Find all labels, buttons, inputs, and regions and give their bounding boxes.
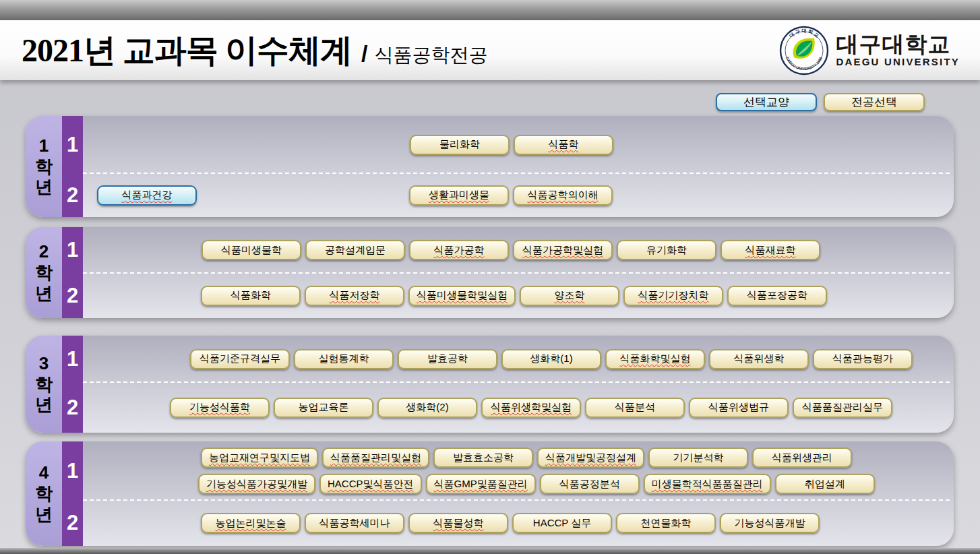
course-label: 유기화학 — [646, 244, 687, 257]
course-box[interactable]: 농업논리및논술 — [201, 513, 301, 533]
course-label: 식품재료학 — [745, 244, 796, 257]
course-box[interactable]: 식품위생관리 — [752, 448, 852, 468]
course-label: HACCP및식품안전 — [328, 478, 414, 491]
course-label: 농업교육론 — [299, 401, 349, 414]
course-box[interactable]: 기능성식품개발 — [720, 513, 820, 533]
course-box[interactable]: HACCP 실무 — [512, 513, 612, 533]
semester-number: 2 — [62, 173, 83, 217]
course-box[interactable]: 미생물학적식품품질관리 — [644, 474, 771, 494]
band-content: 물리화학식품학식품과건강생활과미생물식품공학의이해 — [83, 116, 954, 217]
course-box[interactable]: 식품위생학및실험 — [481, 398, 581, 418]
title-separator: / — [361, 40, 367, 67]
course-box[interactable]: 식품관능평가 — [813, 349, 913, 369]
course-box[interactable]: 식품개발및공정설계 — [537, 448, 644, 468]
course-box[interactable]: 식품미생물학및실험 — [408, 286, 516, 306]
course-box[interactable]: 농업교육론 — [274, 398, 373, 418]
semester-number: 1 — [62, 116, 83, 173]
course-label: 식품물성학 — [433, 517, 484, 530]
year-label-char: 학 — [35, 483, 53, 504]
university-seal-icon: 대 구 대 학 교 DAEGU UNIVERSITY 1956 — [779, 26, 829, 75]
semester-section: 기능성식품학농업교육론생화학(2)식품위생학및실험식품분석식품위생법규식품품질관… — [83, 382, 948, 433]
course-label: 취업설계 — [805, 478, 845, 491]
course-box[interactable]: 양조학 — [520, 286, 619, 306]
year-label-char: 년 — [35, 504, 53, 525]
course-box[interactable]: 식품기기장치학 — [623, 286, 723, 306]
legend-chip-liberal-elective[interactable]: 선택교양 — [716, 93, 817, 111]
course-box[interactable]: 농업교재연구및지도법 — [201, 448, 318, 468]
course-box[interactable]: HACCP및식품안전 — [319, 474, 422, 494]
year-label-char: 년 — [35, 283, 53, 304]
course-box[interactable]: 식품기준규격실무 — [190, 349, 290, 369]
course-box[interactable]: 식품학 — [514, 135, 613, 155]
course-box[interactable]: 기능성식품가공및개발 — [198, 474, 315, 494]
semester-section: 식품미생물학공학설계입문식품가공학식품가공학및실험유기화학식품재료학 — [83, 227, 948, 273]
course-box[interactable]: 식품저장학 — [305, 286, 404, 306]
university-name-korean: 대구대학교 — [836, 33, 960, 57]
course-box[interactable]: 식품위생학 — [709, 349, 809, 369]
course-row: 기능성식품학농업교육론생화학(2)식품위생학및실험식품분석식품위생법규식품품질관… — [83, 398, 948, 418]
band-content: 식품기준규격실무실험통계학발효공학생화학(1)식품화학및실험식품위생학식품관능평… — [83, 336, 954, 433]
year-label-char: 2 — [39, 241, 49, 262]
course-box[interactable]: 기기분석학 — [648, 448, 748, 468]
course-box[interactable]: 실험통계학 — [294, 349, 394, 369]
year-label-char: 3 — [39, 353, 49, 374]
course-box[interactable]: 식품화학 — [201, 286, 301, 306]
course-label: 미생물학적식품품질관리 — [652, 478, 763, 491]
course-row: 기능성식품가공및개발HACCP및식품안전식품GMP및품질관리식품공정분석미생물학… — [83, 474, 948, 494]
course-box[interactable]: 식품가공학 — [409, 240, 509, 260]
course-box[interactable]: 식품재료학 — [721, 240, 820, 260]
band-content: 농업교재연구및지도법식품품질관리및실험발효효소공학식품개발및공정설계기기분석학식… — [83, 441, 954, 546]
course-box[interactable]: 식품과건강 — [97, 185, 197, 206]
course-label: 식품가공학및실험 — [522, 244, 603, 257]
course-row: 농업논리및논술식품공학세미나식품물성학HACCP 실무천연물화학기능성식품개발 — [83, 513, 948, 533]
course-box[interactable]: 취업설계 — [775, 474, 875, 494]
legend-chip-major-elective[interactable]: 전공선택 — [824, 93, 925, 111]
course-label: 기능성식품학 — [189, 401, 250, 414]
course-box[interactable]: 식품화학및실험 — [605, 349, 705, 369]
semester-section: 식품기준규격실무실험통계학발효공학생화학(1)식품화학및실험식품위생학식품관능평… — [83, 336, 948, 382]
course-row: 물리화학식품학 — [83, 135, 948, 155]
course-box[interactable]: 식품물성학 — [408, 513, 508, 533]
year-label-char: 년 — [35, 394, 53, 415]
course-box[interactable]: 기능성식품학 — [170, 398, 270, 418]
course-label: 식품품질관리및실험 — [330, 452, 421, 464]
course-box[interactable]: 물리화학 — [410, 135, 510, 155]
course-label: 식품위생관리 — [772, 452, 832, 464]
year-band-3: 3학년12식품기준규격실무실험통계학발효공학생화학(1)식품화학및실험식품위생학… — [26, 336, 954, 433]
legend-label: 전공선택 — [851, 94, 897, 110]
course-label: 식품공학의이해 — [528, 189, 599, 202]
course-box[interactable]: 발효효소공학 — [433, 448, 533, 468]
year-label-char: 학 — [35, 262, 53, 283]
course-label: 식품개발및공정설계 — [545, 452, 636, 464]
semester-section: 물리화학식품학 — [83, 116, 948, 173]
course-box[interactable]: 식품공학의이해 — [513, 185, 613, 206]
course-label: 농업교재연구및지도법 — [209, 452, 310, 464]
course-box[interactable]: 생활과미생물 — [409, 185, 509, 206]
course-box[interactable]: 식품포장공학 — [727, 286, 827, 306]
course-box[interactable]: 식품공정분석 — [540, 474, 640, 494]
year-label: 4학년 — [26, 441, 62, 546]
bottom-decorative-bar — [0, 548, 980, 554]
course-box[interactable]: 공학설계입문 — [305, 240, 405, 260]
title-major-name: 식품공학전공 — [374, 42, 487, 68]
course-box[interactable]: 식품미생물학 — [202, 240, 301, 260]
course-box[interactable]: 식품GMP및품질관리 — [426, 474, 536, 494]
year-label-char: 학 — [35, 374, 53, 395]
course-box[interactable]: 식품품질관리및실험 — [322, 448, 429, 468]
course-box[interactable]: 식품위생법규 — [689, 398, 789, 418]
course-label: HACCP 실무 — [533, 517, 591, 530]
university-name-english: DAEGU UNIVERSITY — [836, 57, 960, 67]
course-label: 발효효소공학 — [453, 452, 514, 464]
year-band-2: 2학년12식품미생물학공학설계입문식품가공학식품가공학및실험유기화학식품재료학식… — [26, 227, 954, 318]
course-box[interactable]: 생화학(2) — [377, 398, 477, 418]
course-box[interactable]: 생화학(1) — [501, 349, 601, 369]
course-box[interactable]: 천연물화학 — [616, 513, 716, 533]
course-box[interactable]: 식품품질관리실무 — [793, 398, 892, 418]
course-box[interactable]: 유기화학 — [617, 240, 716, 260]
course-box[interactable]: 식품공학세미나 — [305, 513, 404, 533]
course-box[interactable]: 발효공학 — [398, 349, 497, 369]
course-box[interactable]: 식품가공학및실험 — [513, 240, 613, 260]
course-label: 식품가공학 — [434, 244, 485, 257]
semester-strip: 12 — [62, 227, 83, 318]
course-box[interactable]: 식품분석 — [585, 398, 685, 418]
